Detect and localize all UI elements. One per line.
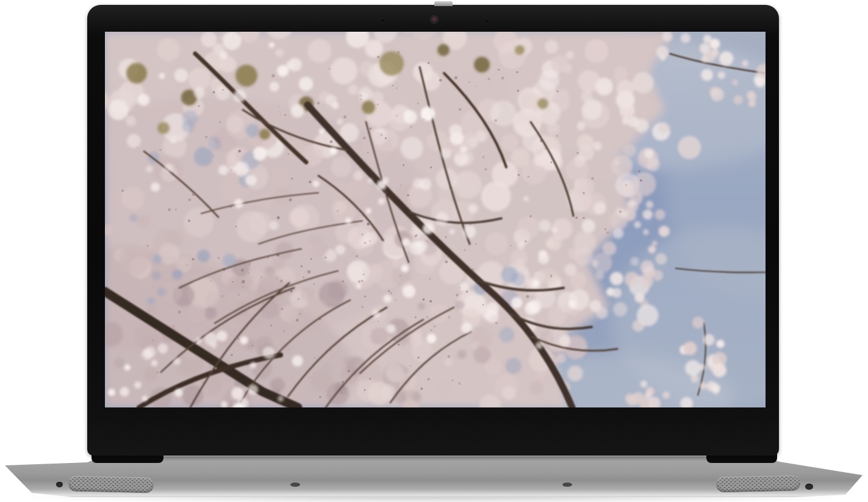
rubber-foot bbox=[562, 482, 572, 487]
microphone-hole-left bbox=[382, 20, 384, 21]
reset-pinhole-right bbox=[805, 484, 813, 490]
lid-lip bbox=[434, 1, 453, 6]
rubber-foot bbox=[290, 482, 300, 487]
speaker-grille-left bbox=[68, 476, 154, 493]
cherry-blossom-wallpaper bbox=[105, 32, 766, 407]
reset-pinhole-left bbox=[56, 482, 63, 487]
webcam bbox=[430, 15, 439, 24]
microphone-hole-right bbox=[486, 20, 487, 22]
laptop-screen bbox=[105, 32, 766, 407]
speaker-grille-right bbox=[716, 475, 801, 493]
product-photo bbox=[0, 0, 868, 502]
